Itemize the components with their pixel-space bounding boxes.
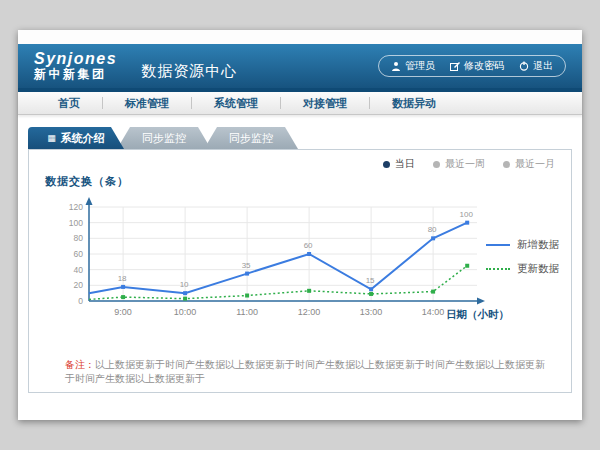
app-header: Synjones 新中新集团 数据资源中心 管理员 修改密码 退出 [18, 44, 582, 88]
document-grid-icon: ▦ [47, 134, 56, 143]
tab-sync-monitor-2[interactable]: 同步监控 [204, 127, 298, 149]
svg-text:10: 10 [180, 280, 189, 289]
tab-label: 同步监控 [142, 131, 186, 146]
radio-label: 当日 [395, 157, 415, 171]
tab-label: 系统介绍 [61, 131, 105, 146]
radio-label: 最近一周 [445, 157, 485, 171]
radio-last-week[interactable]: 最近一周 [433, 157, 485, 171]
radio-dot-icon [383, 161, 390, 168]
svg-text:13:00: 13:00 [360, 307, 383, 317]
radio-dot-icon [433, 161, 440, 168]
svg-text:100: 100 [69, 218, 83, 228]
nav-item-standards[interactable]: 标准管理 [103, 96, 191, 111]
legend-item-updated-data[interactable]: 更新数据 [486, 262, 559, 276]
radio-label: 最近一月 [515, 157, 555, 171]
line-chart: 0204060801001209:0010:0011:0012:0013:001… [37, 194, 507, 332]
legend-item-new-data[interactable]: 新增数据 [486, 238, 559, 252]
logo-text-cn: 新中新集团 [34, 68, 117, 81]
svg-text:60: 60 [74, 249, 84, 259]
svg-text:14:00: 14:00 [422, 307, 445, 317]
main-nav: 首页 标准管理 系统管理 对接管理 数据异动 [18, 92, 582, 115]
svg-text:0: 0 [78, 296, 83, 306]
svg-text:60: 60 [304, 241, 313, 250]
radio-today[interactable]: 当日 [383, 157, 415, 171]
user-menu-label: 退出 [533, 59, 553, 73]
svg-text:35: 35 [242, 261, 251, 270]
legend-label: 更新数据 [517, 262, 559, 276]
user-menu-label: 修改密码 [464, 59, 504, 73]
window-top-strip [18, 30, 582, 44]
chart-legend: 新增数据 更新数据 [486, 238, 559, 276]
nav-item-home[interactable]: 首页 [36, 96, 102, 111]
svg-text:120: 120 [69, 202, 83, 212]
radio-last-month[interactable]: 最近一月 [503, 157, 555, 171]
footnote-text: 以上数据更新于时间产生数据以上数据更新于时间产生数据以上数据更新于时间产生数据以… [65, 359, 545, 384]
footnote-prefix: 备注： [65, 359, 95, 370]
tab-bar: ▦ 系统介绍 同步监控 同步监控 [28, 127, 582, 149]
footnote: 备注：以上数据更新于时间产生数据以上数据更新于时间产生数据以上数据更新于时间产生… [65, 358, 553, 386]
tab-sync-monitor-1[interactable]: 同步监控 [117, 127, 211, 149]
radio-dot-icon [503, 161, 510, 168]
svg-text:40: 40 [74, 265, 84, 275]
time-range-filter: 当日 最近一周 最近一月 [383, 157, 555, 171]
dotted-line-icon [486, 268, 510, 270]
logout-button[interactable]: 退出 [519, 59, 553, 73]
tab-system-intro[interactable]: ▦ 系统介绍 [28, 127, 124, 149]
svg-text:100: 100 [460, 210, 474, 219]
power-icon [519, 61, 529, 71]
nav-item-data-changes[interactable]: 数据异动 [370, 96, 458, 111]
user-menu-label: 管理员 [405, 59, 435, 73]
page-title: 数据资源中心 [141, 62, 237, 81]
solid-line-icon [486, 244, 510, 246]
svg-text:10:00: 10:00 [174, 307, 197, 317]
nav-item-integration[interactable]: 对接管理 [281, 96, 369, 111]
svg-text:12:00: 12:00 [298, 307, 321, 317]
y-axis-title: 数据交换（条） [45, 174, 129, 189]
svg-text:80: 80 [74, 233, 84, 243]
admin-user-button[interactable]: 管理员 [391, 59, 435, 73]
chart-panel: 当日 最近一周 最近一月 数据交换（条） 0204060801001209:00… [28, 149, 572, 393]
svg-text:80: 80 [428, 225, 437, 234]
svg-text:9:00: 9:00 [114, 307, 132, 317]
user-menu: 管理员 修改密码 退出 [378, 55, 566, 77]
svg-text:11:00: 11:00 [236, 307, 258, 317]
x-axis-title: 日期（小时） [446, 308, 509, 322]
user-icon [391, 61, 401, 71]
edit-icon [450, 61, 460, 71]
change-password-button[interactable]: 修改密码 [450, 59, 504, 73]
nav-item-system[interactable]: 系统管理 [192, 96, 280, 111]
company-logo[interactable]: Synjones 新中新集团 [34, 51, 117, 80]
svg-text:15: 15 [366, 276, 375, 285]
svg-text:20: 20 [74, 280, 84, 290]
tab-label: 同步监控 [229, 131, 273, 146]
app-window: Synjones 新中新集团 数据资源中心 管理员 修改密码 退出 [18, 30, 582, 420]
legend-label: 新增数据 [517, 238, 559, 252]
content-area: ▦ 系统介绍 同步监控 同步监控 当日 最近一周 [18, 115, 582, 393]
svg-text:18: 18 [118, 274, 127, 283]
logo-text-en: Synjones [34, 51, 117, 68]
